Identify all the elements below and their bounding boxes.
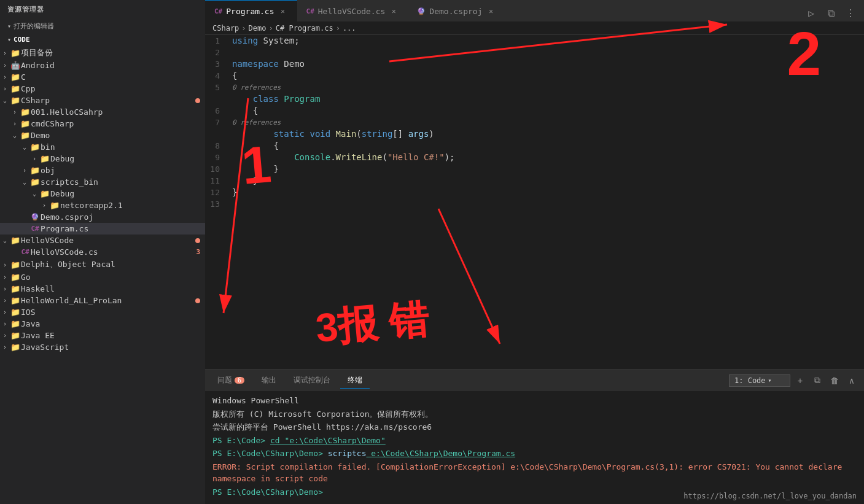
breadcrumb-csharp[interactable]: CSharp bbox=[212, 24, 239, 33]
breadcrumb-programcs[interactable]: C# Program.cs bbox=[276, 24, 333, 33]
breadcrumb-more[interactable]: ... bbox=[343, 24, 356, 33]
tree-item-netcoreapp21[interactable]: ›📁netcoreapp2.1 bbox=[0, 200, 205, 211]
tree-item-C[interactable]: ›📁C bbox=[0, 71, 205, 83]
tab-bar: C#Program.cs✕C#HelloVSCode.cs✕🔮Demo.cspr… bbox=[205, 0, 864, 21]
csproj-icon: 🔮 bbox=[29, 213, 41, 221]
tree-item-Java[interactable]: ›📁Java bbox=[0, 318, 205, 330]
line-number: 13 bbox=[205, 198, 230, 210]
tree-arrow: › bbox=[0, 285, 10, 292]
line-number: 11 bbox=[205, 175, 230, 187]
tree-label: Go bbox=[21, 273, 205, 282]
tree-label: bin bbox=[41, 142, 205, 152]
tree-arrow: › bbox=[0, 74, 10, 80]
tab-demo-csproj[interactable]: 🔮Demo.csproj✕ bbox=[408, 0, 505, 21]
tree-label: netcoreapp2.1 bbox=[60, 201, 205, 210]
tree-item-obj[interactable]: ›📁obj bbox=[0, 165, 205, 176]
cs-icon: C# bbox=[29, 225, 41, 233]
tabs-container: C#Program.cs✕C#HelloVSCode.cs✕🔮Demo.cspr… bbox=[205, 0, 505, 21]
terminal-dropdown-label: 1: Code bbox=[734, 376, 766, 385]
folder-icon: 📁 bbox=[10, 308, 21, 317]
tab-close-button[interactable]: ✕ bbox=[389, 6, 399, 16]
code-section[interactable]: ▾ CODE bbox=[0, 33, 205, 46]
tab-hellovscode-cs[interactable]: C#HelloVSCode.cs✕ bbox=[297, 0, 408, 21]
chevron-up-icon[interactable]: ∧ bbox=[844, 373, 859, 388]
tree-item-JavaScript[interactable]: ›📁JavaScript bbox=[0, 341, 205, 353]
tree-item-scriptcs_bin[interactable]: ⌄📁scriptcs_bin bbox=[0, 176, 205, 188]
tree-label: obj bbox=[41, 166, 205, 175]
file-tree: ›📁项目备份›🤖Android›📁C›📁Cpp⌄📁CSharp›📁001.Hel… bbox=[0, 46, 205, 353]
line-content: using System; bbox=[230, 35, 864, 47]
terminal-content[interactable]: Windows PowerShell版权所有 (C) Microsoft Cor… bbox=[205, 391, 864, 504]
code-line: 12} bbox=[205, 187, 864, 198]
tree-label: Android bbox=[21, 61, 205, 70]
delete-terminal-button[interactable]: 🗑 bbox=[827, 373, 842, 388]
code-editor[interactable]: 1using System;23namespace Demo4{50 refer… bbox=[205, 35, 864, 369]
tree-item-项目备份[interactable]: ›📁项目备份 bbox=[0, 46, 205, 60]
line-number: 7 bbox=[205, 117, 230, 128]
dot-badge bbox=[195, 98, 200, 103]
tab-program-cs[interactable]: C#Program.cs✕ bbox=[205, 0, 297, 21]
breadcrumb: CSharp › Demo › C# Program.cs › ... bbox=[205, 21, 864, 35]
tree-arrow: ⌄ bbox=[20, 144, 29, 150]
tree-item-Go[interactable]: ›📁Go bbox=[0, 271, 205, 283]
tree-item-001.HelloCSahrp[interactable]: ›📁001.HelloCSahrp bbox=[0, 106, 205, 118]
tree-item-IOS[interactable]: ›📁IOS bbox=[0, 306, 205, 318]
terminal-dropdown[interactable]: 1: Code ▾ bbox=[729, 374, 790, 387]
open-editors-section[interactable]: ▾ 打开的编辑器 bbox=[0, 19, 205, 33]
tree-item-Debug2[interactable]: ⌄📁Debug bbox=[0, 188, 205, 200]
sidebar: 资源管理器 ▾ 打开的编辑器 ▾ CODE ›📁项目备份›🤖Android›📁C… bbox=[0, 0, 205, 504]
line-content: { bbox=[230, 105, 864, 117]
tree-item-CSharp[interactable]: ⌄📁CSharp bbox=[0, 95, 205, 106]
tree-arrow: ⌄ bbox=[29, 190, 39, 197]
tree-item-HelloWorld_ALL_ProLan[interactable]: ›📁HelloWorld_ALL_ProLan bbox=[0, 295, 205, 306]
tree-item-HelloVSCode[interactable]: ⌄📁HelloVSCode bbox=[0, 235, 205, 246]
code-line: 2 bbox=[205, 47, 864, 58]
panel-tab-label: 终端 bbox=[348, 376, 362, 384]
panel-tab-debug-console[interactable]: 调试控制台 bbox=[286, 373, 338, 389]
run-button[interactable]: ▷ bbox=[803, 4, 820, 21]
folder-icon: 📁 bbox=[29, 166, 41, 175]
add-terminal-button[interactable]: + bbox=[793, 373, 808, 388]
tree-item-Haskell[interactable]: ›📁Haskell bbox=[0, 283, 205, 295]
tree-item-Delphi[interactable]: ›📁Delphi、Object Pacal bbox=[0, 258, 205, 271]
terminal-text: cd "e:\Code\CSharp\Demo" bbox=[270, 436, 386, 445]
breadcrumb-demo[interactable]: Demo bbox=[249, 24, 267, 33]
panel-tab-terminal[interactable]: 终端 bbox=[340, 373, 370, 389]
line-number: 5 bbox=[205, 82, 230, 93]
folder-icon: 📁 bbox=[10, 284, 21, 293]
panel-tab-problems[interactable]: 问题6 bbox=[210, 373, 252, 389]
tree-item-cmdCSharp[interactable]: ›📁cmdCSharp bbox=[0, 118, 205, 130]
panel-tabs-container: 问题6输出调试控制台终端 bbox=[210, 373, 370, 389]
folder-icon: 📁 bbox=[10, 236, 21, 245]
tree-arrow: › bbox=[0, 309, 10, 316]
tree-label: Demo.csproj bbox=[41, 212, 205, 222]
tree-item-Java EE[interactable]: ›📁Java EE bbox=[0, 330, 205, 341]
tree-label: Java EE bbox=[21, 331, 205, 340]
tree-item-Android[interactable]: ›🤖Android bbox=[0, 60, 205, 71]
tree-item-Debug[interactable]: ›📁Debug bbox=[0, 153, 205, 165]
tree-item-Cpp[interactable]: ›📁Cpp bbox=[0, 83, 205, 95]
tree-item-Program.cs[interactable]: C#Program.cs bbox=[0, 223, 205, 235]
tree-item-Demo.csproj[interactable]: 🔮Demo.csproj bbox=[0, 211, 205, 223]
tree-label: Demo bbox=[31, 131, 205, 140]
folder-icon: 📁 bbox=[20, 119, 31, 128]
split-terminal-button[interactable]: ⧉ bbox=[810, 373, 825, 388]
panel-tab-output[interactable]: 输出 bbox=[254, 373, 284, 389]
folder-icon: 📁 bbox=[39, 154, 50, 163]
tree-item-bin[interactable]: ⌄📁bin bbox=[0, 141, 205, 153]
panel-area: 问题6输出调试控制台终端 1: Code ▾ + ⧉ 🗑 ∧ Windows P… bbox=[205, 369, 864, 504]
folder-icon: 📁 bbox=[10, 319, 21, 328]
split-editor-button[interactable]: ⧉ bbox=[822, 4, 839, 21]
tab-label: Demo.csproj bbox=[429, 7, 482, 16]
panel-tab-badge: 6 bbox=[235, 377, 244, 384]
tree-arrow: › bbox=[0, 344, 10, 351]
tab-close-button[interactable]: ✕ bbox=[278, 6, 288, 16]
line-number: 2 bbox=[205, 47, 230, 58]
tree-item-Demo[interactable]: ⌄📁Demo bbox=[0, 130, 205, 141]
tree-arrow: › bbox=[39, 202, 49, 209]
tab-close-button[interactable]: ✕ bbox=[486, 6, 496, 16]
code-line: 6 { bbox=[205, 105, 864, 117]
ellipsis-icon[interactable]: ⋮ bbox=[842, 4, 859, 21]
tree-arrow: › bbox=[0, 62, 10, 69]
tree-item-HelloVSCode.cs[interactable]: C#HelloVSCode.cs3 bbox=[0, 246, 205, 258]
